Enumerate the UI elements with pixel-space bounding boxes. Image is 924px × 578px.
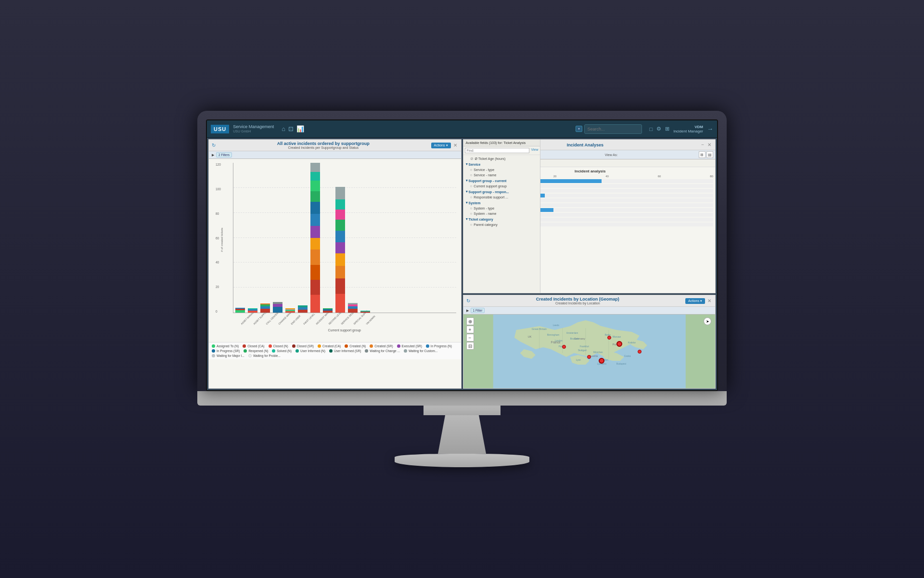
field-picker-sidebar: Available fields (103) for: Ticket Analy…	[463, 140, 540, 293]
geomap-actions-button[interactable]: Actions ▾	[685, 298, 705, 304]
monitor-stand-top	[424, 406, 500, 415]
home-icon[interactable]: ⌂	[282, 125, 285, 132]
legend-item: Closed (SR)	[292, 344, 314, 348]
legend-item: Closed (N)	[269, 344, 288, 348]
logout-icon[interactable]: →	[707, 125, 713, 132]
bar-change-mana: CHANGE MANA.	[273, 163, 282, 313]
svg-text:Amsterdam: Amsterdam	[566, 332, 578, 334]
field-group-system[interactable]: ▾ System	[463, 200, 540, 206]
svg-text:Warsaw: Warsaw	[612, 336, 621, 338]
geomap-close-icon[interactable]: ✕	[706, 298, 712, 303]
map-pin-1	[607, 336, 611, 340]
map-pin-6	[562, 345, 566, 349]
search-input[interactable]	[584, 124, 642, 134]
topbar-icons: ⌂ ⊡ 📊	[282, 125, 304, 132]
field-item-parent-category[interactable]: ○ Parent category	[463, 222, 540, 227]
search-filter-icon[interactable]: ▾	[576, 126, 582, 132]
field-group-ticket-category[interactable]: ▾ Ticket category	[463, 216, 540, 222]
svg-text:London: London	[554, 340, 562, 342]
monitor-screen: USU Service Management USU GmbH ⌂ ⊡ 📊 ▾	[206, 119, 718, 391]
notifications-icon[interactable]: □	[650, 126, 653, 132]
layer-icon[interactable]: ⊟	[466, 342, 474, 350]
field-group-support-current[interactable]: ▾ Support group - current	[463, 178, 540, 184]
geomap-filter-tag[interactable]: 1 Filter	[471, 308, 485, 313]
svg-text:München: München	[593, 351, 603, 354]
field-view-dropdown[interactable]: View	[531, 148, 538, 153]
chart-filter-tag[interactable]: 2 Filters	[216, 152, 232, 158]
incident-panel-inner: Available fields (103) for: Ticket Analy…	[463, 167, 716, 293]
x-axis-title: Current support group	[233, 328, 456, 332]
monitor-body: USU Service Management USU GmbH ⌂ ⊡ 📊 ▾	[197, 111, 727, 391]
geomap-panel-subtitle: Created Incidents by Location	[470, 302, 686, 305]
bar-label-call-center: CALL CENTER	[265, 312, 279, 325]
legend-item: Waiting for Change ...	[365, 349, 400, 353]
map-pin-3	[587, 355, 591, 359]
svg-text:Leeds: Leeds	[552, 324, 559, 327]
monitor-stand-neck	[438, 415, 486, 454]
monitor-icon[interactable]: ⊡	[288, 125, 294, 132]
topbar: USU Service Management USU GmbH ⌂ ⊡ 📊 ▾	[207, 120, 717, 138]
map-compass-btn[interactable]: ➤	[704, 317, 711, 325]
field-item-current-support[interactable]: ○ Current support group	[463, 184, 540, 189]
y-axis-title: # of created tickets	[220, 228, 223, 252]
chart-panel-title: All active incidents ordered by supportg…	[216, 141, 431, 146]
app-ui: USU Service Management USU GmbH ⌂ ⊡ 📊 ▾	[207, 120, 717, 390]
bar-first-level: FIRST LEVEL	[298, 163, 308, 313]
geomap-panel: ↻ Created Incidents by Location (Geomap)…	[463, 295, 716, 389]
field-group-service[interactable]: ▾ Service	[463, 161, 540, 167]
legend-item: In Progress (SR)	[212, 349, 240, 353]
view-grid-btn[interactable]: ⊞	[699, 151, 706, 158]
compass-icon[interactable]: ⊕	[466, 317, 474, 325]
map-pin-2	[616, 341, 622, 347]
grid-icon[interactable]: ⊞	[665, 126, 669, 132]
geomap-filter-bar: ▶ 1 Filter	[463, 307, 716, 315]
zoom-in-btn[interactable]: +	[466, 326, 474, 333]
chart-panel-subtitle: Created Incidents per Supportgroup and S…	[216, 146, 431, 149]
bar-end-user: END USER	[285, 163, 295, 313]
field-item-system-type[interactable]: ○ System - type	[463, 206, 540, 211]
field-item-system-name[interactable]: ○ System - name	[463, 211, 540, 216]
legend-item: Waiting for Custom...	[404, 349, 437, 353]
bar-second-level: SECOND LEVEL	[323, 163, 333, 313]
expand-icon: ▾	[466, 179, 468, 183]
geomap-panel-title: Created Incidents by Location (Geomap)	[470, 297, 686, 302]
legend-item: Waiting for Major I...	[212, 354, 244, 357]
legend-item: In Progress (N)	[426, 344, 452, 348]
chart-bars-area: ASSET MANAGER ASSET SUPPORT	[233, 163, 456, 313]
chart-close-icon[interactable]: ✕	[452, 143, 458, 148]
field-group-support-respon[interactable]: ▾ Support group - respon...	[463, 189, 540, 195]
chart-refresh-icon[interactable]: ↻	[212, 143, 216, 148]
zoom-out-btn[interactable]: −	[466, 334, 474, 342]
bar-incident-man: INCIDENT MAN.	[310, 163, 320, 313]
svg-text:Kraków: Kraków	[628, 342, 636, 344]
chart-actions-button[interactable]: Actions ▾	[431, 143, 451, 148]
legend-item: Created (CA)	[318, 344, 341, 348]
geomap-filter-expand-icon[interactable]: ▶	[466, 309, 469, 313]
incident-close-icon[interactable]: ✕	[706, 142, 712, 147]
user-badge[interactable]: VDM Incident Manager	[673, 125, 703, 133]
svg-text:UK: UK	[527, 335, 531, 338]
bar-special-suppo: SPECIAL SUPPO.	[348, 163, 358, 313]
field-find-input[interactable]	[465, 148, 530, 153]
bar-label-end-user: END USER	[290, 315, 301, 326]
filter-expand-icon[interactable]: ▶	[212, 153, 214, 157]
field-item-ticket-age[interactable]: ⊘ Ø Ticket Age (hours)	[463, 156, 540, 161]
app-logo: USU	[211, 125, 229, 133]
main-content: ↻ All active incidents ordered by suppor…	[207, 138, 717, 390]
settings-icon[interactable]: ⚙	[656, 126, 661, 132]
topbar-right: □ ⚙ ⊞ VDM Incident Manager →	[650, 125, 713, 133]
chart-icon[interactable]: 📊	[296, 125, 304, 132]
svg-text:Stuttgart: Stuttgart	[578, 349, 587, 352]
svg-text:Budapest: Budapest	[616, 363, 626, 365]
view-list-btn[interactable]: ▤	[706, 151, 713, 158]
field-item-responsible-support[interactable]: ○ Responsible support ...	[463, 195, 540, 200]
incident-minimize-icon[interactable]: −	[700, 142, 705, 147]
expand-icon: ▾	[466, 217, 468, 221]
field-item-service-type[interactable]: ○ Service - type	[463, 167, 540, 172]
field-item-icon: ⊘	[470, 157, 474, 161]
field-item-service-name[interactable]: ○ Service - name	[463, 172, 540, 178]
map-pin-5	[638, 350, 642, 354]
geomap-refresh-icon[interactable]: ↻	[466, 298, 470, 303]
topbar-search: ▾	[576, 124, 642, 134]
bar-call-center: CALL CENTER	[260, 163, 270, 313]
